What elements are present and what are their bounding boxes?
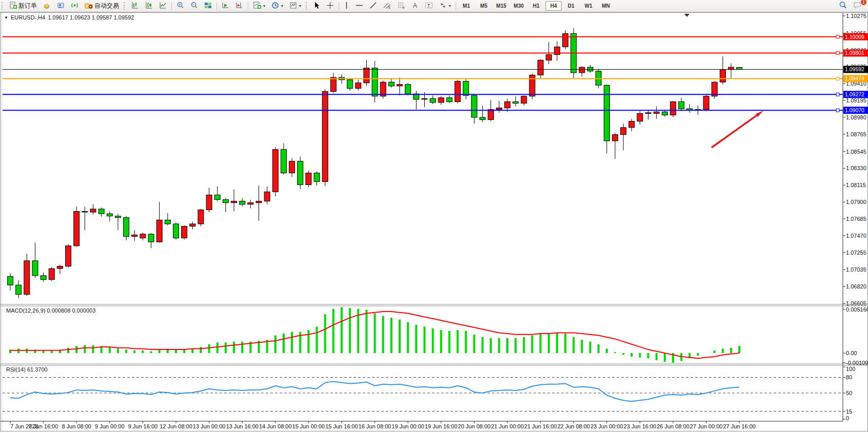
line-handle[interactable] (836, 109, 839, 112)
tile-windows-button[interactable] (202, 1, 214, 11)
chevron-down-icon: ▾ (299, 4, 301, 8)
toolbar-separator (456, 2, 456, 10)
time-axis-label: 8 Jun 08:00 (62, 423, 91, 429)
autotrading-button[interactable]: 自动交易 (82, 1, 122, 11)
candle (521, 96, 527, 104)
time-axis-label: 22 Jun 08:00 (557, 423, 590, 429)
equidistant-channel-button[interactable]: E (381, 1, 394, 11)
candle (438, 98, 444, 102)
timeframe-button-d1[interactable]: D1 (563, 1, 579, 11)
trendline-button[interactable] (367, 1, 380, 11)
svg-text:T: T (427, 3, 430, 8)
price-axis-label: 1.08545 (846, 149, 866, 155)
line-chart-icon (159, 2, 167, 11)
candle (538, 60, 543, 75)
candle (356, 83, 361, 89)
timeframe-button-m1[interactable]: M1 (458, 1, 475, 11)
candle (604, 85, 609, 141)
new-order-button[interactable]: 新订单 (7, 1, 40, 11)
timeframe-button-m30[interactable]: M30 (510, 1, 527, 11)
navigator-button[interactable] (68, 1, 81, 11)
crosshair-icon (326, 2, 334, 11)
svg-text:E: E (388, 6, 391, 9)
candle (272, 150, 278, 192)
candle (132, 235, 137, 236)
text-label-button[interactable]: T (422, 1, 436, 11)
indicators-button[interactable]: ▾ (250, 1, 268, 11)
chart-symbol-period: EURUSD-,H4 (11, 14, 45, 20)
candle (281, 150, 286, 173)
candle (496, 108, 502, 110)
horizontal-line-button[interactable] (353, 1, 366, 11)
cursor-icon (313, 2, 320, 11)
fibonacci-button[interactable]: F (395, 1, 408, 11)
data-window-button[interactable] (54, 1, 67, 11)
navigator-icon (71, 2, 78, 11)
price-badge-label: 1.10009 (845, 34, 864, 40)
zoom-out-icon (190, 2, 198, 11)
market-watch-icon (43, 2, 51, 11)
candle (298, 161, 303, 185)
toolbar-grip (306, 2, 309, 10)
time-axis-label: 15 Jun 00:00 (292, 423, 325, 429)
timeframe-button-m5[interactable]: M5 (476, 1, 492, 11)
timeframe-button-h4[interactable]: H4 (545, 1, 562, 11)
autotrading-label: 自动交易 (94, 2, 119, 10)
timeframe-button-w1[interactable]: W1 (580, 1, 597, 11)
notifications-button[interactable]: 1 (851, 1, 864, 11)
trendline-icon (369, 2, 377, 11)
toolbar-separator (216, 2, 217, 10)
candle (637, 113, 643, 121)
notification-count-badge: 1 (860, 0, 867, 6)
templates-button[interactable]: ▾ (287, 1, 304, 11)
candle (264, 192, 270, 201)
timeframe-button-m15[interactable]: M15 (493, 1, 509, 11)
periods-button[interactable]: ▾ (269, 1, 286, 11)
candle (480, 117, 485, 120)
candle (24, 261, 30, 295)
line-handle[interactable] (836, 93, 839, 96)
timeframe-button-mn[interactable]: MN (598, 1, 614, 11)
time-axis-label: 19 Jun 00:00 (391, 423, 424, 429)
crosshair-button[interactable] (324, 1, 337, 11)
macd-axis-label: 0.00 (846, 350, 857, 356)
time-axis-label: 9 Jun 16:00 (128, 423, 158, 429)
bar-chart-button[interactable] (129, 1, 142, 11)
chart-shift-icon (235, 2, 243, 11)
candle (98, 209, 104, 214)
candle (621, 128, 626, 135)
text-button[interactable]: A (409, 1, 421, 11)
timeframe-button-h1[interactable]: H1 (528, 1, 544, 11)
candle (662, 112, 667, 115)
candle (388, 82, 394, 86)
line-handle[interactable] (836, 77, 839, 80)
zoom-out-button[interactable] (188, 1, 201, 11)
search-button[interactable] (836, 1, 850, 11)
candle (107, 214, 112, 216)
toolbar-grip (2, 2, 5, 10)
candlestick-chart-icon (145, 2, 153, 11)
candle (66, 246, 71, 266)
zoom-in-button[interactable] (174, 1, 187, 11)
vertical-line-button[interactable] (341, 1, 352, 11)
candle (248, 203, 253, 204)
auto-scroll-button[interactable] (219, 1, 232, 11)
arrows-button[interactable]: ▾ (437, 1, 453, 11)
cursor-button[interactable] (311, 1, 323, 11)
market-watch-button[interactable] (41, 1, 53, 11)
time-axis-label: 21 Jun 00:00 (491, 423, 524, 429)
chart-canvas[interactable]: 1.102751.100551.098401.096251.094101.091… (0, 0, 868, 433)
candlestick-chart-button[interactable] (143, 1, 155, 11)
templates-icon (289, 2, 297, 11)
line-chart-button[interactable] (156, 1, 169, 11)
time-axis-label: 7 Jun 16:00 (29, 423, 58, 429)
line-handle[interactable] (836, 35, 839, 38)
indicators-icon (253, 2, 261, 11)
candle (513, 101, 519, 103)
line-handle[interactable] (836, 51, 839, 54)
price-badge-label: 1.09592 (845, 66, 864, 72)
chart-shift-button[interactable] (233, 1, 246, 11)
candle (115, 216, 121, 218)
collapse-triangle-icon[interactable]: ▼ (4, 15, 8, 20)
candle (256, 201, 262, 203)
